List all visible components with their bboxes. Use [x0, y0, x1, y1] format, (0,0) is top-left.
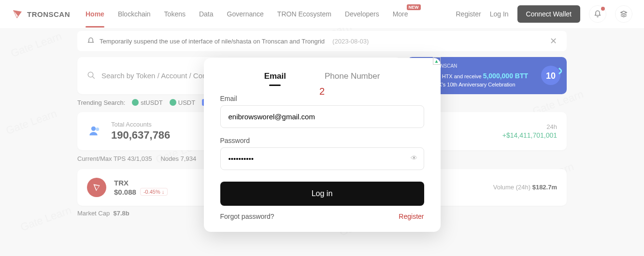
broken-image-icon: ▲	[433, 57, 441, 65]
password-label: Password	[220, 137, 424, 144]
tab-phone[interactable]: Phone Number	[325, 71, 380, 85]
step-indicator: 2	[319, 86, 325, 97]
login-button[interactable]: Log in	[220, 182, 424, 206]
eye-icon[interactable]: 👁	[411, 154, 417, 162]
register-link-modal[interactable]: Register	[399, 213, 424, 220]
tab-email[interactable]: Email	[264, 71, 286, 85]
forgot-password-link[interactable]: Forgot password?	[220, 213, 274, 220]
login-tabs: Email Phone Number 2	[220, 71, 424, 85]
login-modal: ▲ Email Phone Number 2 Email Password 👁 …	[204, 58, 441, 232]
password-field[interactable]	[220, 147, 424, 170]
email-field[interactable]	[220, 105, 424, 128]
